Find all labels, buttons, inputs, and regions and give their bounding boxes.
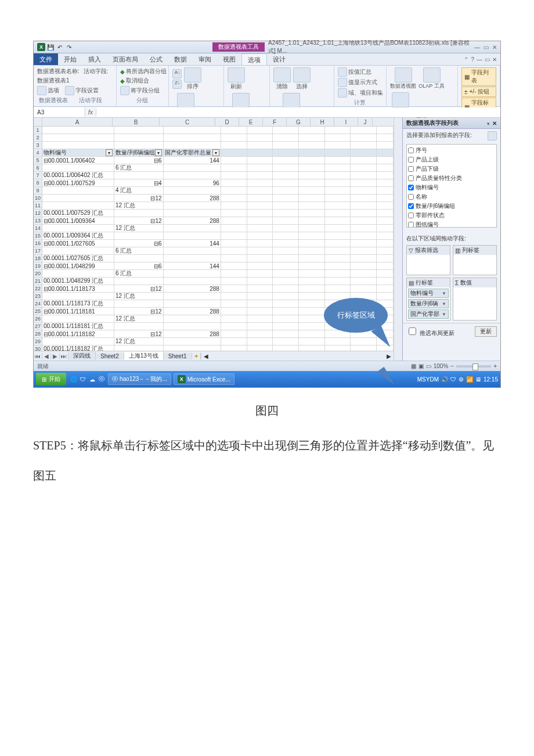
cell[interactable] <box>221 225 247 232</box>
cell[interactable] <box>247 323 273 330</box>
cell[interactable] <box>221 149 247 156</box>
field-checkbox[interactable]: 数量/列6辆编组 <box>408 201 495 211</box>
tab-file[interactable]: 文件 <box>34 53 58 65</box>
sort-icon[interactable] <box>184 67 201 82</box>
cell[interactable] <box>273 172 299 179</box>
col-C[interactable]: C <box>160 118 215 126</box>
cell[interactable]: ⊟00.0001.1/048299 <box>42 262 114 269</box>
cell[interactable] <box>164 127 221 134</box>
cell[interactable]: 4 汇总 <box>114 187 163 194</box>
cell[interactable] <box>42 134 114 141</box>
cell[interactable] <box>247 217 273 224</box>
field-checkbox[interactable]: 名称 <box>408 192 495 201</box>
cell[interactable]: 12 汇总 <box>114 293 163 300</box>
cell[interactable] <box>299 134 325 141</box>
cell[interactable] <box>221 293 247 300</box>
fieldlist-button[interactable]: ▦字段列表 <box>461 67 496 86</box>
col-I[interactable]: I <box>334 118 358 126</box>
tab-nav-prev[interactable]: ◀ <box>42 353 51 359</box>
tab-design[interactable]: 设计 <box>267 53 291 65</box>
cell[interactable] <box>42 225 114 232</box>
cell[interactable] <box>299 172 325 179</box>
cell[interactable] <box>377 127 394 134</box>
zoom-slider[interactable] <box>456 365 491 368</box>
layout-icon[interactable] <box>488 131 497 141</box>
zone-filter[interactable]: ▽报表筛选 <box>406 245 450 275</box>
cell[interactable] <box>351 240 377 247</box>
cell[interactable] <box>299 262 325 269</box>
cell[interactable] <box>114 232 163 239</box>
cell[interactable] <box>299 225 325 232</box>
cell[interactable]: 12 汇总 <box>114 225 163 232</box>
cell[interactable]: 00.0001.1/009364 汇总 <box>42 232 114 239</box>
cell[interactable]: ⊟6 <box>114 157 163 164</box>
cell[interactable] <box>325 270 351 277</box>
cell[interactable] <box>164 187 221 194</box>
cell[interactable] <box>273 315 299 322</box>
cell[interactable]: 00.0001.1/006402 汇总 <box>42 172 114 179</box>
pmbuttons-button[interactable]: ±+/- 按钮 <box>461 87 496 97</box>
cell[interactable] <box>221 240 247 247</box>
cell[interactable] <box>221 172 247 179</box>
move-icon[interactable] <box>283 93 300 108</box>
cell[interactable]: ⊟12 <box>114 217 163 224</box>
cell[interactable] <box>164 345 221 351</box>
taskbar-item[interactable]: ⓔhao123－－我的... <box>108 373 171 385</box>
cell[interactable] <box>299 330 325 337</box>
cell[interactable] <box>351 149 377 156</box>
cell[interactable] <box>273 285 299 292</box>
name-box[interactable]: A3 <box>34 107 85 117</box>
cell[interactable] <box>351 127 377 134</box>
cell[interactable] <box>325 210 351 217</box>
tab-nav-next[interactable]: ▶ <box>51 353 60 359</box>
cell[interactable] <box>221 278 247 285</box>
sort-desc-icon[interactable]: Z↓ <box>172 80 182 89</box>
cell[interactable] <box>325 179 351 186</box>
cell[interactable] <box>42 127 114 134</box>
tray-icon[interactable]: ☁ <box>88 375 96 383</box>
cell[interactable] <box>221 142 247 149</box>
tray-icon[interactable]: ⚙ <box>459 376 464 383</box>
cell[interactable] <box>247 308 273 315</box>
cell[interactable] <box>273 202 299 209</box>
fieldset-icon[interactable] <box>65 86 74 95</box>
col-B[interactable]: B <box>113 118 160 126</box>
whatif-icon[interactable] <box>392 92 409 107</box>
cell[interactable] <box>273 293 299 300</box>
cell[interactable] <box>42 202 114 209</box>
cell[interactable] <box>325 285 351 292</box>
help-icon[interactable]: ? <box>471 56 474 63</box>
cell[interactable] <box>247 127 273 134</box>
cell[interactable] <box>247 255 273 262</box>
cell[interactable] <box>273 338 299 345</box>
cell[interactable] <box>273 164 299 171</box>
cell[interactable] <box>273 270 299 277</box>
cell[interactable] <box>247 164 273 171</box>
cell[interactable] <box>377 142 394 149</box>
cell[interactable] <box>164 247 221 254</box>
cell[interactable] <box>299 217 325 224</box>
cell[interactable]: ⊟12 <box>114 285 163 292</box>
cell[interactable] <box>221 300 247 307</box>
cell[interactable] <box>377 195 394 201</box>
cell[interactable] <box>351 217 377 224</box>
cell[interactable] <box>325 195 351 201</box>
cell[interactable] <box>273 240 299 247</box>
tab-insert[interactable]: 插入 <box>82 53 107 65</box>
cell[interactable] <box>164 293 221 300</box>
tray-icon[interactable]: ⓔ <box>98 375 106 383</box>
cell[interactable] <box>351 195 377 201</box>
sheet-tab[interactable]: 深四线 <box>68 352 96 360</box>
cell[interactable]: ⊟6 <box>114 240 163 247</box>
cell[interactable]: 12 汇总 <box>114 315 163 322</box>
cell[interactable]: 00.0001.1/048299 汇总 <box>42 278 114 285</box>
cell[interactable] <box>114 323 163 330</box>
cell[interactable] <box>325 157 351 164</box>
cell[interactable] <box>164 172 221 179</box>
field-checkbox[interactable]: 序号 <box>408 146 495 155</box>
cell[interactable] <box>299 210 325 217</box>
options-icon[interactable] <box>37 86 46 95</box>
col-J[interactable]: J <box>358 118 373 126</box>
cell[interactable]: ⊟00.0001.1/009364 <box>42 217 114 224</box>
undo-icon[interactable]: ↶ <box>56 43 64 51</box>
